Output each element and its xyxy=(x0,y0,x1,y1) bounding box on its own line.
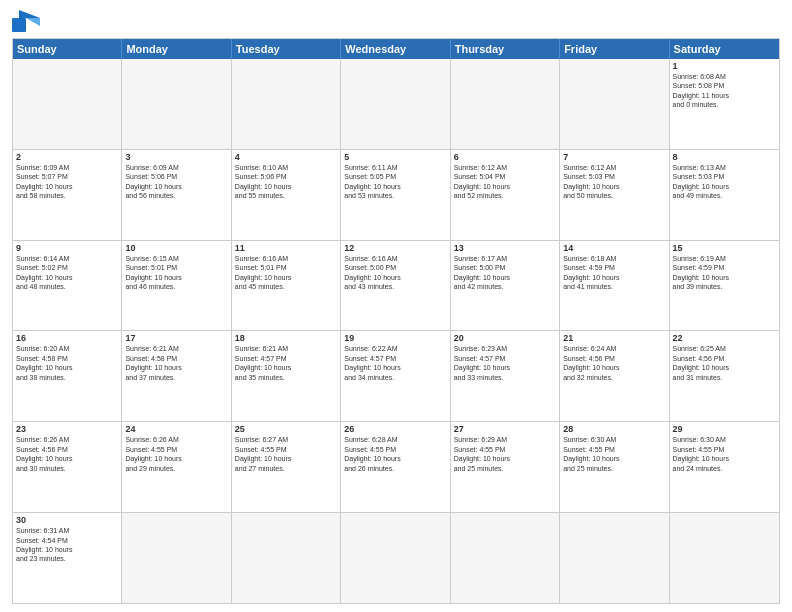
day-cell xyxy=(122,59,231,149)
day-cell: 21Sunrise: 6:24 AM Sunset: 4:56 PM Dayli… xyxy=(560,331,669,421)
day-number: 13 xyxy=(454,243,556,253)
day-cell xyxy=(341,513,450,603)
svg-rect-0 xyxy=(12,18,26,32)
day-cell xyxy=(451,513,560,603)
day-number: 19 xyxy=(344,333,446,343)
day-info: Sunrise: 6:18 AM Sunset: 4:59 PM Dayligh… xyxy=(563,254,665,292)
day-number: 4 xyxy=(235,152,337,162)
day-number: 7 xyxy=(563,152,665,162)
day-cell: 18Sunrise: 6:21 AM Sunset: 4:57 PM Dayli… xyxy=(232,331,341,421)
day-number: 20 xyxy=(454,333,556,343)
day-header-sunday: Sunday xyxy=(13,39,122,59)
header xyxy=(12,10,780,32)
day-info: Sunrise: 6:17 AM Sunset: 5:00 PM Dayligh… xyxy=(454,254,556,292)
day-number: 6 xyxy=(454,152,556,162)
week-row-5: 23Sunrise: 6:26 AM Sunset: 4:56 PM Dayli… xyxy=(13,422,779,513)
day-cell xyxy=(560,513,669,603)
day-cell: 26Sunrise: 6:28 AM Sunset: 4:55 PM Dayli… xyxy=(341,422,450,512)
day-cell: 14Sunrise: 6:18 AM Sunset: 4:59 PM Dayli… xyxy=(560,241,669,331)
day-cell: 24Sunrise: 6:26 AM Sunset: 4:55 PM Dayli… xyxy=(122,422,231,512)
day-cell: 15Sunrise: 6:19 AM Sunset: 4:59 PM Dayli… xyxy=(670,241,779,331)
week-row-4: 16Sunrise: 6:20 AM Sunset: 4:58 PM Dayli… xyxy=(13,331,779,422)
day-info: Sunrise: 6:25 AM Sunset: 4:56 PM Dayligh… xyxy=(673,344,776,382)
day-cell: 16Sunrise: 6:20 AM Sunset: 4:58 PM Dayli… xyxy=(13,331,122,421)
day-cell: 22Sunrise: 6:25 AM Sunset: 4:56 PM Dayli… xyxy=(670,331,779,421)
day-info: Sunrise: 6:20 AM Sunset: 4:58 PM Dayligh… xyxy=(16,344,118,382)
day-cell: 8Sunrise: 6:13 AM Sunset: 5:03 PM Daylig… xyxy=(670,150,779,240)
week-row-3: 9Sunrise: 6:14 AM Sunset: 5:02 PM Daylig… xyxy=(13,241,779,332)
day-number: 22 xyxy=(673,333,776,343)
day-number: 28 xyxy=(563,424,665,434)
day-number: 26 xyxy=(344,424,446,434)
day-number: 21 xyxy=(563,333,665,343)
week-row-6: 30Sunrise: 6:31 AM Sunset: 4:54 PM Dayli… xyxy=(13,513,779,603)
day-info: Sunrise: 6:23 AM Sunset: 4:57 PM Dayligh… xyxy=(454,344,556,382)
day-header-friday: Friday xyxy=(560,39,669,59)
day-number: 8 xyxy=(673,152,776,162)
day-cell: 11Sunrise: 6:16 AM Sunset: 5:01 PM Dayli… xyxy=(232,241,341,331)
day-cell: 25Sunrise: 6:27 AM Sunset: 4:55 PM Dayli… xyxy=(232,422,341,512)
svg-marker-2 xyxy=(26,18,40,26)
day-info: Sunrise: 6:22 AM Sunset: 4:57 PM Dayligh… xyxy=(344,344,446,382)
day-header-saturday: Saturday xyxy=(670,39,779,59)
day-cell: 29Sunrise: 6:30 AM Sunset: 4:55 PM Dayli… xyxy=(670,422,779,512)
day-number: 23 xyxy=(16,424,118,434)
day-cell: 10Sunrise: 6:15 AM Sunset: 5:01 PM Dayli… xyxy=(122,241,231,331)
day-header-thursday: Thursday xyxy=(451,39,560,59)
svg-marker-1 xyxy=(19,10,40,18)
day-info: Sunrise: 6:30 AM Sunset: 4:55 PM Dayligh… xyxy=(563,435,665,473)
day-headers: SundayMondayTuesdayWednesdayThursdayFrid… xyxy=(13,39,779,59)
day-number: 2 xyxy=(16,152,118,162)
day-header-tuesday: Tuesday xyxy=(232,39,341,59)
day-info: Sunrise: 6:10 AM Sunset: 5:06 PM Dayligh… xyxy=(235,163,337,201)
day-cell: 6Sunrise: 6:12 AM Sunset: 5:04 PM Daylig… xyxy=(451,150,560,240)
day-info: Sunrise: 6:16 AM Sunset: 5:01 PM Dayligh… xyxy=(235,254,337,292)
day-number: 5 xyxy=(344,152,446,162)
day-cell: 17Sunrise: 6:21 AM Sunset: 4:58 PM Dayli… xyxy=(122,331,231,421)
day-header-monday: Monday xyxy=(122,39,231,59)
day-cell: 7Sunrise: 6:12 AM Sunset: 5:03 PM Daylig… xyxy=(560,150,669,240)
day-info: Sunrise: 6:31 AM Sunset: 4:54 PM Dayligh… xyxy=(16,526,118,564)
day-number: 14 xyxy=(563,243,665,253)
day-info: Sunrise: 6:09 AM Sunset: 5:07 PM Dayligh… xyxy=(16,163,118,201)
day-cell xyxy=(670,513,779,603)
day-cell: 1Sunrise: 6:08 AM Sunset: 5:08 PM Daylig… xyxy=(670,59,779,149)
page: SundayMondayTuesdayWednesdayThursdayFrid… xyxy=(0,0,792,612)
day-cell: 23Sunrise: 6:26 AM Sunset: 4:56 PM Dayli… xyxy=(13,422,122,512)
day-info: Sunrise: 6:28 AM Sunset: 4:55 PM Dayligh… xyxy=(344,435,446,473)
day-number: 27 xyxy=(454,424,556,434)
week-row-1: 1Sunrise: 6:08 AM Sunset: 5:08 PM Daylig… xyxy=(13,59,779,150)
day-info: Sunrise: 6:27 AM Sunset: 4:55 PM Dayligh… xyxy=(235,435,337,473)
day-info: Sunrise: 6:30 AM Sunset: 4:55 PM Dayligh… xyxy=(673,435,776,473)
day-cell: 9Sunrise: 6:14 AM Sunset: 5:02 PM Daylig… xyxy=(13,241,122,331)
day-info: Sunrise: 6:12 AM Sunset: 5:03 PM Dayligh… xyxy=(563,163,665,201)
day-cell: 20Sunrise: 6:23 AM Sunset: 4:57 PM Dayli… xyxy=(451,331,560,421)
logo-icon xyxy=(12,10,40,32)
day-info: Sunrise: 6:21 AM Sunset: 4:58 PM Dayligh… xyxy=(125,344,227,382)
logo xyxy=(12,10,44,32)
day-number: 25 xyxy=(235,424,337,434)
day-info: Sunrise: 6:11 AM Sunset: 5:05 PM Dayligh… xyxy=(344,163,446,201)
day-cell: 27Sunrise: 6:29 AM Sunset: 4:55 PM Dayli… xyxy=(451,422,560,512)
day-info: Sunrise: 6:14 AM Sunset: 5:02 PM Dayligh… xyxy=(16,254,118,292)
day-info: Sunrise: 6:09 AM Sunset: 5:06 PM Dayligh… xyxy=(125,163,227,201)
calendar: SundayMondayTuesdayWednesdayThursdayFrid… xyxy=(12,38,780,604)
day-info: Sunrise: 6:26 AM Sunset: 4:56 PM Dayligh… xyxy=(16,435,118,473)
day-cell xyxy=(232,513,341,603)
day-cell: 4Sunrise: 6:10 AM Sunset: 5:06 PM Daylig… xyxy=(232,150,341,240)
week-row-2: 2Sunrise: 6:09 AM Sunset: 5:07 PM Daylig… xyxy=(13,150,779,241)
day-cell: 19Sunrise: 6:22 AM Sunset: 4:57 PM Dayli… xyxy=(341,331,450,421)
day-cell: 2Sunrise: 6:09 AM Sunset: 5:07 PM Daylig… xyxy=(13,150,122,240)
day-cell: 3Sunrise: 6:09 AM Sunset: 5:06 PM Daylig… xyxy=(122,150,231,240)
day-number: 30 xyxy=(16,515,118,525)
day-number: 29 xyxy=(673,424,776,434)
day-info: Sunrise: 6:15 AM Sunset: 5:01 PM Dayligh… xyxy=(125,254,227,292)
day-info: Sunrise: 6:24 AM Sunset: 4:56 PM Dayligh… xyxy=(563,344,665,382)
day-number: 11 xyxy=(235,243,337,253)
day-cell: 13Sunrise: 6:17 AM Sunset: 5:00 PM Dayli… xyxy=(451,241,560,331)
day-info: Sunrise: 6:26 AM Sunset: 4:55 PM Dayligh… xyxy=(125,435,227,473)
day-cell: 5Sunrise: 6:11 AM Sunset: 5:05 PM Daylig… xyxy=(341,150,450,240)
day-info: Sunrise: 6:12 AM Sunset: 5:04 PM Dayligh… xyxy=(454,163,556,201)
day-cell: 28Sunrise: 6:30 AM Sunset: 4:55 PM Dayli… xyxy=(560,422,669,512)
day-cell: 30Sunrise: 6:31 AM Sunset: 4:54 PM Dayli… xyxy=(13,513,122,603)
